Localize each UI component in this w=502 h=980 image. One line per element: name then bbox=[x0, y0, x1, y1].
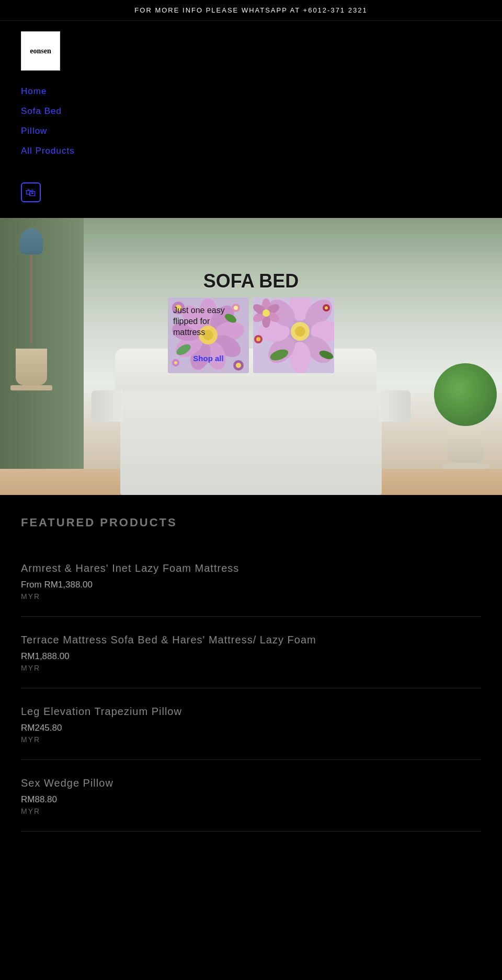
product-price-0: From RM1,388.00 bbox=[21, 580, 481, 590]
sofa-seat bbox=[120, 390, 382, 495]
product-name-0: Armrest & Hares' Inet Lazy Foam Mattress bbox=[21, 561, 481, 575]
cart-icon-container: 🛍 bbox=[21, 177, 481, 207]
nav-all-products[interactable]: All Products bbox=[21, 146, 481, 156]
lamp-decoration bbox=[10, 249, 52, 390]
sofa-arm-left bbox=[92, 390, 123, 422]
product-item-1[interactable]: Terrace Mattress Sofa Bed & Hares' Mattr… bbox=[21, 617, 481, 688]
product-name-1: Terrace Mattress Sofa Bed & Hares' Mattr… bbox=[21, 632, 481, 647]
cart-icon[interactable]: 🛍 bbox=[21, 182, 41, 202]
product-currency-0: MYR bbox=[21, 592, 481, 601]
product-list: Armrest & Hares' Inet Lazy Foam Mattress… bbox=[21, 545, 481, 832]
logo-text: eonsen bbox=[30, 47, 51, 55]
product-price-3: RM88.80 bbox=[21, 794, 481, 805]
announcement-text: FOR MORE INFO PLEASE WHATSAPP AT +6012-3… bbox=[134, 6, 367, 14]
section-title: FEATURED PRODUCTS bbox=[21, 516, 481, 529]
product-item-0[interactable]: Armrest & Hares' Inet Lazy Foam Mattress… bbox=[21, 545, 481, 617]
header: eonsen Home Sofa Bed Pillow All Products… bbox=[0, 21, 502, 218]
product-currency-2: MYR bbox=[21, 735, 481, 744]
product-price-2: RM245.80 bbox=[21, 723, 481, 733]
nav-home[interactable]: Home bbox=[21, 86, 481, 97]
product-name-2: Leg Elevation Trapezium Pillow bbox=[21, 704, 481, 719]
svg-point-46 bbox=[256, 337, 260, 341]
floral-box-left: Just one easy flipped for mattress Shop … bbox=[168, 297, 249, 373]
right-plant-decoration bbox=[434, 363, 497, 469]
hero-title: SOFA BED bbox=[168, 270, 334, 292]
logo-container: eonsen bbox=[21, 31, 481, 71]
floral-boxes: Just one easy flipped for mattress Shop … bbox=[168, 297, 334, 373]
svg-point-16 bbox=[236, 363, 241, 368]
svg-point-42 bbox=[263, 309, 270, 317]
announcement-bar: FOR MORE INFO PLEASE WHATSAPP AT +6012-3… bbox=[0, 0, 502, 21]
logo-box[interactable]: eonsen bbox=[21, 31, 60, 71]
product-name-3: Sex Wedge Pillow bbox=[21, 776, 481, 790]
sofa-container bbox=[115, 390, 387, 495]
nav-links: Home Sofa Bed Pillow All Products bbox=[21, 81, 481, 162]
hero-text-overlay: SOFA BED bbox=[168, 270, 334, 373]
hero-section: SOFA BED bbox=[0, 218, 502, 495]
nav-pillow[interactable]: Pillow bbox=[21, 126, 481, 136]
product-currency-3: MYR bbox=[21, 807, 481, 815]
svg-point-34 bbox=[295, 326, 305, 337]
sofa-arm-right bbox=[379, 390, 410, 422]
product-currency-1: MYR bbox=[21, 664, 481, 672]
products-section: FEATURED PRODUCTS Armrest & Hares' Inet … bbox=[0, 495, 502, 852]
nav-sofa-bed[interactable]: Sofa Bed bbox=[21, 106, 481, 117]
product-item-3[interactable]: Sex Wedge Pillow RM88.80 MYR bbox=[21, 760, 481, 832]
product-item-2[interactable]: Leg Elevation Trapezium Pillow RM245.80 … bbox=[21, 688, 481, 760]
hero-shop-link[interactable]: Shop all bbox=[193, 354, 223, 363]
svg-point-22 bbox=[174, 361, 177, 364]
product-price-1: RM1,888.00 bbox=[21, 651, 481, 662]
hero-caption: Just one easy flipped for mattress bbox=[173, 305, 241, 338]
svg-point-48 bbox=[325, 306, 328, 309]
floral-box-right bbox=[253, 297, 334, 373]
